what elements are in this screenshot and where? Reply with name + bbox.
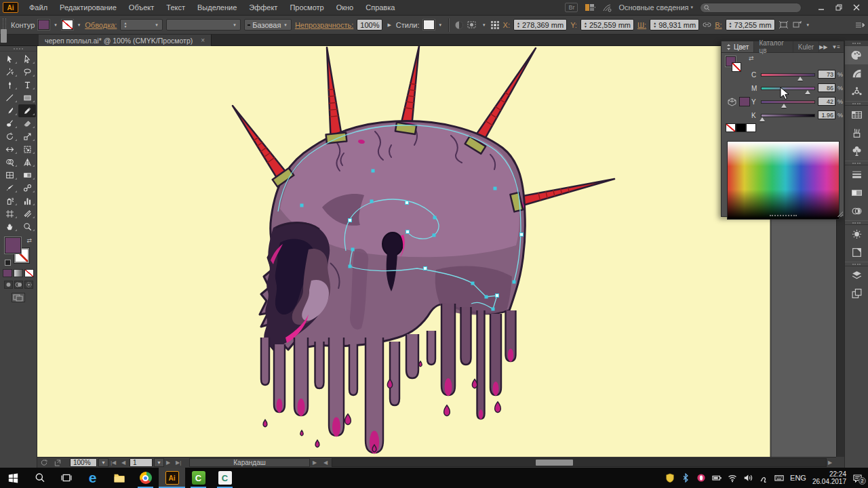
slider-value-m[interactable]: 86 [818, 83, 835, 92]
color-spectrum[interactable] [727, 141, 840, 220]
width-label[interactable]: Ш: [637, 21, 646, 29]
close-button[interactable] [849, 2, 864, 13]
transform-icon[interactable] [792, 20, 802, 29]
layers-panel-icon[interactable] [845, 266, 868, 285]
last-artboard-icon[interactable]: ▶| [176, 458, 181, 467]
draw-inside-button[interactable] [24, 281, 33, 289]
vertical-scrollbar[interactable] [836, 218, 844, 457]
slider-value-y[interactable]: 42 [818, 97, 835, 106]
taskbar-illustrator-icon[interactable]: Ai [159, 468, 185, 488]
taskbar-explorer-icon[interactable] [106, 468, 132, 488]
width-tool[interactable] [1, 143, 18, 156]
width-field[interactable]: ▲▼98,931 mm [650, 19, 699, 30]
color-panel-icon[interactable] [845, 46, 868, 64]
eyedropper-tool[interactable] [1, 182, 18, 195]
taskbar-edge-icon[interactable]: e [79, 468, 106, 488]
cs-live-icon[interactable] [602, 3, 612, 12]
menu-просмотр[interactable]: Просмотр [283, 0, 330, 15]
symbol-sprayer-tool[interactable] [1, 195, 18, 207]
taskbar-recorder-icon[interactable]: C [212, 468, 238, 488]
blend-tool[interactable] [18, 182, 36, 195]
graphic-styles-panel-icon[interactable] [845, 243, 868, 262]
hand-tool[interactable] [1, 220, 18, 233]
tray-shield-icon[interactable] [665, 473, 675, 483]
zoom-tool[interactable] [18, 220, 36, 233]
restore-button[interactable] [831, 2, 846, 13]
bridge-button[interactable]: Br [565, 3, 578, 12]
workspace-switcher[interactable]: Основные сведения▾ [618, 3, 693, 12]
white-swatch[interactable] [746, 123, 756, 132]
chevron-right-icon[interactable]: ▶ [386, 22, 392, 28]
clock[interactable]: 22:2426.04.2017 [812, 470, 846, 485]
screen-mode-button[interactable] [12, 293, 25, 302]
black-swatch[interactable] [736, 123, 746, 132]
type-tool[interactable] [18, 79, 36, 92]
stroke-weight-field[interactable]: ▲▼▾ [120, 19, 162, 30]
selection-tool[interactable] [1, 53, 18, 66]
language-indicator[interactable]: ENG [790, 474, 806, 482]
style-swatch[interactable] [423, 20, 435, 30]
tray-bluetooth-icon[interactable] [681, 473, 690, 483]
blob-brush-tool[interactable] [1, 117, 18, 130]
taskbar-start-button[interactable] [0, 468, 26, 488]
next-artboard-icon[interactable]: ▶ [166, 458, 170, 467]
search-input[interactable] [700, 3, 802, 13]
slider-value-k[interactable]: 1.96 [818, 110, 835, 119]
eraser-tool[interactable] [18, 117, 36, 130]
brush-definition-select[interactable]: ▾ [166, 19, 241, 30]
rotate-tool[interactable] [1, 130, 18, 143]
free-transform-tool[interactable] [18, 143, 36, 156]
tray-pen-icon[interactable] [759, 473, 768, 483]
constrain-icon[interactable] [778, 20, 789, 29]
app-logo-icon[interactable]: Ai [3, 2, 18, 13]
pen-tool[interactable] [1, 79, 18, 92]
export-icon[interactable] [54, 458, 62, 467]
fill-proxy[interactable] [5, 237, 21, 253]
slider-track-y[interactable] [761, 100, 815, 104]
collapse-controlbar-icon[interactable] [854, 21, 865, 29]
opacity-link[interactable]: Непрозрачность: [295, 21, 353, 29]
zoom-level-field[interactable]: 100% [70, 458, 97, 467]
gradient-panel-icon[interactable] [845, 184, 868, 202]
none-mode-button[interactable] [24, 269, 34, 277]
status-tool-display[interactable]: Карандаш [189, 458, 310, 467]
x-field[interactable]: ▲▼278,369 mm [513, 19, 567, 30]
menu-выделение[interactable]: Выделение [191, 0, 243, 15]
chevron-down-icon[interactable]: ▾ [53, 22, 58, 28]
slider-track-c[interactable] [761, 73, 815, 77]
scroll-left-icon[interactable]: ◀ [323, 458, 328, 467]
reference-point-icon[interactable] [490, 20, 500, 30]
column-graph-tool[interactable] [18, 195, 36, 207]
menu-редактирование[interactable]: Редактирование [54, 0, 123, 15]
fill-stroke-indicator[interactable]: ⇄ [5, 237, 32, 266]
panel-swap-icon[interactable]: ⇄ [749, 55, 754, 62]
panel-resize-grip[interactable] [770, 215, 797, 216]
horizontal-scrollbar[interactable] [332, 458, 827, 467]
slider-value-c[interactable]: 73 [818, 70, 835, 79]
tray-battery-icon[interactable] [712, 473, 722, 483]
notification-icon[interactable]: 2 [852, 474, 863, 483]
rotate-view-icon[interactable] [40, 458, 48, 467]
line-tool[interactable] [1, 92, 18, 104]
out-of-web-color-icon[interactable] [728, 98, 736, 106]
panel-collapse-icon[interactable]: ▶▶ [819, 44, 827, 50]
panel-tab-kuler[interactable]: Kuler [793, 41, 819, 52]
artboards-panel-icon[interactable] [845, 285, 868, 303]
taskbar-camtasia-icon[interactable]: C [185, 468, 212, 488]
pencil-tool[interactable] [18, 104, 36, 117]
stroke-link[interactable]: Обводка: [85, 21, 117, 29]
recolor-artwork-icon[interactable] [454, 20, 464, 30]
symbols-panel-icon[interactable] [845, 142, 868, 161]
color-guide-panel-icon[interactable] [845, 64, 868, 83]
link-dimensions-icon[interactable] [703, 20, 711, 29]
scroll-right-icon[interactable]: ▶ [828, 458, 832, 467]
tools-panel-grip[interactable] [0, 46, 37, 52]
slider-thumb[interactable] [760, 117, 765, 121]
zoom-dropdown-icon[interactable]: ▼ [98, 458, 108, 467]
artboard-tool[interactable] [1, 207, 18, 220]
taskbar-chrome-icon[interactable] [132, 468, 159, 488]
mask-icon[interactable] [467, 20, 478, 29]
transparency-panel-icon[interactable] [845, 202, 868, 220]
mesh-tool[interactable] [1, 169, 18, 182]
chevron-down-icon[interactable]: ▾ [481, 22, 487, 28]
